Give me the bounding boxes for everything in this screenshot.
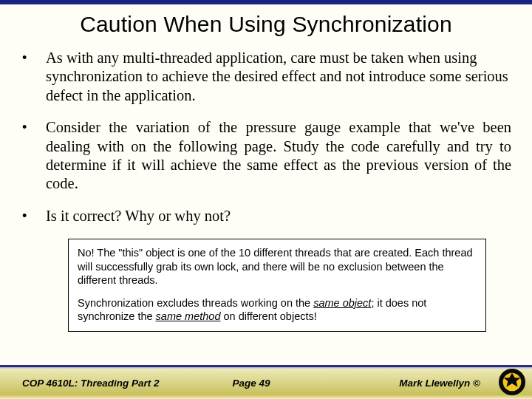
- ucf-logo-icon: [498, 368, 526, 396]
- bullet-item: • Consider the variation of the pressure…: [22, 118, 511, 194]
- emphasis-same-object: same object: [313, 297, 371, 309]
- answer-paragraph: No! The "this" object is one of the 10 d…: [78, 246, 477, 287]
- footer-author: Mark Llewellyn ©: [270, 378, 485, 389]
- footer-content: COP 4610L: Threading Part 2 Page 49 Mark…: [0, 365, 532, 399]
- bullet-item: • As with any multi-threaded application…: [22, 49, 511, 105]
- slide-content: • As with any multi-threaded application…: [0, 49, 532, 332]
- answer-box: No! The "this" object is one of the 10 d…: [68, 239, 486, 332]
- answer-text: Synchronization excludes threads working…: [78, 297, 313, 309]
- answer-text: on different objects!: [220, 310, 316, 322]
- bullet-marker: •: [22, 118, 46, 194]
- answer-paragraph: Synchronization excludes threads working…: [78, 296, 477, 324]
- footer-course: COP 4610L: Threading Part 2: [22, 378, 232, 389]
- slide-title: Caution When Using Synchronization: [0, 12, 532, 37]
- footer-page: Page 49: [232, 378, 270, 389]
- bullet-item: • Is it correct? Why or why not?: [22, 207, 511, 225]
- bullet-marker: •: [22, 49, 46, 105]
- bullet-marker: •: [22, 207, 46, 225]
- footer: COP 4610L: Threading Part 2 Page 49 Mark…: [0, 365, 532, 399]
- bullet-text: Is it correct? Why or why not?: [46, 207, 231, 225]
- bullet-list: • As with any multi-threaded application…: [22, 49, 511, 225]
- emphasis-same-method: same method: [156, 310, 221, 322]
- bullet-text: Consider the variation of the pressure g…: [46, 118, 511, 194]
- bullet-text: As with any multi-threaded application, …: [46, 49, 511, 105]
- slide: Caution When Using Synchronization • As …: [0, 0, 532, 399]
